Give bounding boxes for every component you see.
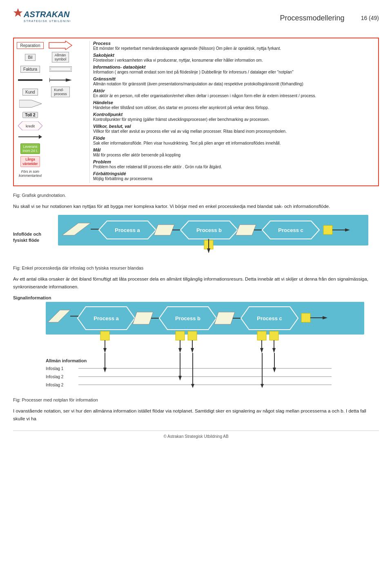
desc-text-process: Ett mönster för repeterbart mervärdesska… [93, 46, 281, 51]
symbol-langa: Långaväntetider [16, 156, 44, 167]
notation-row-kontrollpunkt: Toll 2 [16, 110, 87, 119]
symbol-handelse [16, 99, 44, 108]
toll-box: Toll 2 [22, 112, 38, 118]
notation-row-flode [16, 132, 87, 141]
svg-text:Infoslag 2: Infoslag 2 [46, 375, 64, 379]
desc-text-handelse: Händelse eller tillstånd som utlöser, dv… [93, 105, 269, 110]
svg-marker-67 [272, 348, 276, 353]
diagram2-svg: Process a Process b Process c [46, 302, 392, 392]
process-arrow-svg [48, 41, 73, 50]
desc-title-mal: Mål [93, 147, 100, 152]
svg-marker-65 [260, 348, 263, 353]
svg-marker-82 [191, 384, 194, 388]
diagram1-label: Infoflöde och fysiskt flöde [13, 231, 54, 244]
diagram2-section: Signalinformation Process a Process b [13, 295, 379, 392]
logo-area: ASTRAKAN STRATEGISK UTBILDNING AB [13, 7, 70, 29]
diagram1-section: Infoflöde och fysiskt flöde Process a [13, 215, 379, 260]
desc-title-problem: Problem [93, 159, 111, 164]
diagram2-label: Signalinformation [13, 295, 379, 300]
svg-text:Process c: Process c [257, 315, 282, 321]
desc-title-gransssnitt: Gränssnitt [93, 76, 116, 81]
notation-row-gransssnitt [16, 76, 87, 85]
svg-rect-28 [323, 225, 332, 234]
symbol-kundprocess: Kund-process [47, 87, 74, 97]
footer: © Astrakan Strategisk Utbildning AB [13, 431, 379, 439]
svg-rect-5 [51, 68, 71, 70]
langa-box: Långaväntetider [20, 156, 40, 167]
notation-row-bil: Bil Allmänsymbol [16, 52, 87, 62]
svg-rect-53 [100, 331, 109, 340]
desc-row-problem: Problem Problem hos eller relaterad till… [93, 159, 376, 169]
desc-row-villkor: Villkor, beslut, val Villkor för start e… [93, 124, 376, 134]
double-line-svg [49, 65, 72, 73]
symbol-arrow [16, 135, 44, 139]
notation-row-kund: Kund Kund-process [16, 87, 87, 97]
symbol-kund: Kund [16, 89, 44, 96]
svg-text:Process c: Process c [278, 227, 303, 233]
desc-title-forbattring: Förbättringsidé [93, 171, 126, 176]
desc-row-forbattring: Förbättringsidé Möjlig förbättring av pr… [93, 171, 376, 181]
svg-text:Infoslag 2: Infoslag 2 [46, 383, 64, 387]
fig2-caption: Fig: Enkel processkedja där infoslag och… [13, 265, 379, 270]
kundprocess-box: Kund-process [51, 87, 70, 97]
svg-rect-63 [270, 331, 278, 340]
reparation-box: Reparation [17, 42, 44, 49]
notation-row-faktura: Faktura [16, 65, 87, 74]
desc-row-sakobjekt: Sakobjekt Företeelser i verksamheten vil… [93, 53, 376, 62]
fig1-caption: Fig: Grafisk grundnotation. [13, 193, 379, 198]
symbol-gransssnitt-arrow [47, 76, 74, 84]
svg-rect-62 [257, 331, 266, 340]
body-text-1: Nu skall vi se hur notationen kan nyttja… [13, 203, 379, 210]
kredit-svg: kredit [18, 121, 42, 130]
gransssnitt-arrow-svg [49, 76, 72, 84]
svg-marker-9 [19, 100, 42, 107]
arrow-right [18, 135, 42, 139]
desc-row-aktor: Aktör En aktör är en person, roll eller … [93, 88, 376, 98]
desc-text-aktor: En aktör är en person, roll eller organi… [93, 94, 316, 98]
notation-row-villkor: kredit [16, 121, 87, 130]
faktura-box: Faktura [20, 66, 40, 73]
svg-marker-55 [103, 348, 107, 353]
svg-marker-84 [261, 384, 264, 388]
desc-title-sakobjekt: Sakobjekt [93, 53, 114, 58]
body-text-2: Av ett antal olika orsaker är det ibland… [13, 275, 379, 290]
svg-marker-61 [191, 348, 194, 353]
symbol-process-arrow [47, 41, 74, 50]
desc-text-villkor: Villkor för start eller avslut av proces… [93, 129, 287, 134]
desc-text-sakobjekt: Företeelser i verksamheten vilka vi prod… [93, 58, 263, 62]
fig3-caption: Fig: Processer med notplan för informati… [13, 397, 379, 402]
desc-title-kontrollpunkt: Kontrollpunkt [93, 112, 122, 117]
desc-text-mal: Mål för process eller aktör beroende på … [93, 153, 180, 157]
desc-row-flode: Flöde Sak eller informationsflöde. Pilen… [93, 136, 376, 145]
symbol-thick-line [16, 79, 44, 81]
svg-text:Process b: Process b [196, 227, 222, 233]
desc-text-problem: Problem hos eller relaterad till process… [93, 165, 222, 169]
svg-text:ASTRAKAN: ASTRAKAN [23, 10, 70, 19]
handelse-svg [19, 99, 42, 108]
notation-row-reparation: Reparation [16, 41, 87, 50]
notation-table: Reparation Bil Allmänsymbol [13, 38, 379, 186]
desc-row-mal: Mål Mål för process eller aktör beroende… [93, 147, 376, 157]
desc-text-kontrollpunkt: Kontrollpunkter för styrning (gäller frä… [93, 117, 270, 122]
desc-title-flode: Flöde [93, 136, 105, 141]
fors-text: Förs in somkommentartext [19, 170, 42, 178]
svg-text:Infoslag 1: Infoslag 1 [46, 366, 64, 371]
svg-rect-50 [301, 313, 310, 322]
diagram1-svg-area: Process a Process b Process c [58, 215, 379, 260]
notation-row-problem: Långaväntetider [16, 156, 87, 167]
notation-row-handelse [16, 99, 87, 108]
notation-row-mal: Leveransinom 24 t. [16, 143, 87, 154]
svg-marker-72 [103, 368, 107, 373]
kund-box: Kund [22, 89, 38, 96]
notation-descriptions-column: Process Ett mönster för repeterbart merv… [90, 41, 376, 183]
body-text-3: I ovanstående notation, ser vi hur den a… [13, 407, 379, 422]
symbol-bil: Bil [16, 54, 44, 61]
svg-text:Process b: Process b [175, 315, 200, 321]
symbol-fors: Förs in somkommentartext [16, 170, 44, 178]
symbol-faktura: Faktura [16, 66, 44, 73]
arrow-head [39, 135, 42, 139]
svg-text:kredit: kredit [26, 124, 35, 128]
symbol-toll: Toll 2 [16, 112, 44, 118]
svg-marker-59 [178, 348, 182, 353]
desc-row-handelse: Händelse Händelse eller tillstånd som ut… [93, 100, 376, 110]
